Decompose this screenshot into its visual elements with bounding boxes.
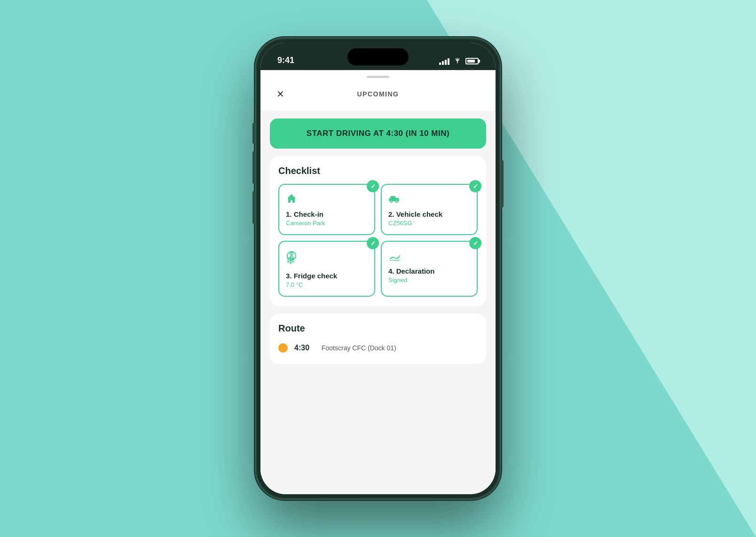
start-driving-button[interactable]: START DRIVING AT 4:30 (IN 10 MIN) <box>270 118 486 149</box>
checklist-item-2-subtitle: CZ56SG <box>388 220 470 227</box>
status-bar: 9:41 <box>260 43 496 70</box>
svg-rect-3 <box>391 196 396 198</box>
volume-up-button <box>252 151 255 184</box>
checklist-item-3-title: 3. Fridge check <box>286 272 368 280</box>
check-badge-3: ✓ <box>367 237 379 249</box>
checklist-item-3-subtitle: 7.0 °C <box>286 281 368 288</box>
route-item-1: 4:30 Footscray CFC (Dock 01) <box>278 341 478 355</box>
status-icons <box>439 57 479 65</box>
phone-frame: 9:41 <box>256 38 500 499</box>
route-section: Route 4:30 Footscray CFC (Dock 01) <box>270 314 486 364</box>
check-badge-2: ✓ <box>469 180 481 192</box>
svg-point-6 <box>391 201 392 202</box>
power-button <box>501 160 504 207</box>
battery-icon <box>465 58 479 64</box>
checklist-grid: ✓ 1. Check-in Cameron Park <box>278 184 478 297</box>
checklist-section: Checklist ✓ <box>270 156 486 306</box>
svg-point-0 <box>457 62 458 63</box>
sheet-body: START DRIVING AT 4:30 (IN 10 MIN) Checkl… <box>260 111 496 494</box>
checkin-icon <box>286 192 368 205</box>
checklist-item-3[interactable]: ✓ <box>278 241 375 297</box>
checklist-item-2-title: 2. Vehicle check <box>388 210 470 218</box>
phone-device: 9:41 <box>256 38 500 499</box>
sheet-handle-area <box>260 70 496 78</box>
checklist-item-2[interactable]: ✓ <box>381 184 478 235</box>
sheet-content: ✕ UPCOMING START DRIVING AT 4:30 (IN 10 … <box>260 70 496 494</box>
route-dot-1 <box>278 343 288 353</box>
svg-marker-1 <box>287 194 296 198</box>
route-location-1: Footscray CFC (Dock 01) <box>322 344 396 352</box>
check-badge-4: ✓ <box>469 237 481 249</box>
checklist-title: Checklist <box>278 166 478 176</box>
dynamic-island <box>347 48 409 65</box>
route-time-1: 4:30 <box>294 344 315 352</box>
close-button[interactable]: ✕ <box>272 86 289 103</box>
check-badge-1: ✓ <box>367 180 379 192</box>
snowflake-icon: ❄ <box>286 254 368 267</box>
sheet-title: UPCOMING <box>357 90 399 98</box>
mute-button <box>252 123 255 144</box>
vehicle-icon <box>388 192 470 205</box>
checklist-item-4-title: 4. Declaration <box>388 267 470 275</box>
checklist-item-1-subtitle: Cameron Park <box>286 220 368 227</box>
checklist-item-1[interactable]: ✓ 1. Check-in Cameron Park <box>278 184 375 235</box>
sheet-header: ✕ UPCOMING <box>260 78 496 111</box>
declaration-icon <box>388 249 470 262</box>
checklist-item-4-subtitle: Signed <box>388 276 470 284</box>
signal-icon <box>439 57 449 65</box>
checklist-item-4[interactable]: ✓ 4. Declaration Signed <box>381 241 478 297</box>
wifi-icon <box>453 57 462 65</box>
volume-down-button <box>252 191 255 224</box>
phone-screen: 9:41 <box>260 43 496 494</box>
svg-point-7 <box>396 201 397 202</box>
checklist-item-1-title: 1. Check-in <box>286 210 368 218</box>
route-title: Route <box>278 323 478 334</box>
